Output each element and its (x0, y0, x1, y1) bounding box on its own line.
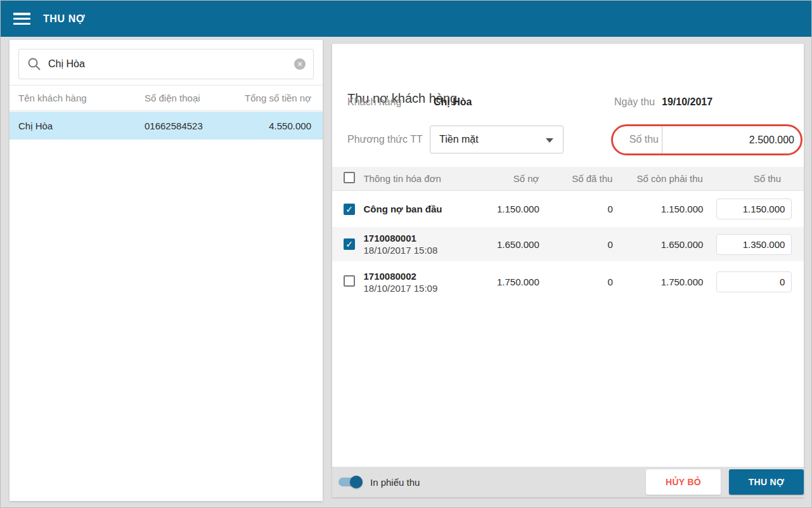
invoice-checkbox[interactable]: ✓ (344, 204, 355, 215)
search-box[interactable]: ✕ (18, 49, 314, 79)
cancel-button[interactable]: HỦY BỎ (646, 469, 721, 495)
date-value: 19/10/2017 (662, 96, 712, 108)
header-invoice-remaining: Số còn phải thu (612, 173, 702, 184)
header-customer-phone: Số điện thoại (145, 93, 240, 103)
invoice-collected: 0 (539, 277, 613, 287)
customer-value: Chị Hòa (434, 96, 472, 108)
invoice-row: ✓ 1710080001 18/10/2017 15:08 1.650.000 … (332, 227, 804, 261)
select-all-checkbox[interactable]: ✓ (344, 172, 355, 183)
header-customer-name: Tên khách hàng (18, 93, 145, 103)
invoice-row: ✓ Công nợ ban đầu 1.150.000 0 1.150.000 (332, 191, 804, 227)
invoice-table-header: ✓ Thông tin hóa đơn Số nợ Số đã thu Số c… (332, 167, 804, 191)
app-window: THU NỢ ✕ Tên khách hàng Số điện thoại Tổ… (0, 0, 812, 508)
invoice-amount-input[interactable] (716, 199, 792, 219)
customer-phone: 01662584523 (145, 120, 240, 131)
invoice-datetime: 18/10/2017 15:09 (363, 283, 488, 294)
payment-method-label: Phương thức TT (347, 134, 423, 145)
invoice-remaining: 1.750.000 (613, 277, 704, 287)
payment-method-select[interactable]: Tiền mặt (430, 126, 564, 153)
collect-debt-button[interactable]: THU NỢ (729, 469, 804, 495)
amount-label: Số thu (611, 134, 659, 145)
invoice-collected: 0 (539, 204, 613, 214)
invoice-debt: 1.750.000 (488, 277, 539, 287)
toggle-thumb-icon (350, 476, 363, 488)
invoice-title: Công nợ ban đầu (363, 204, 488, 214)
invoice-datetime: 18/10/2017 15:08 (363, 245, 488, 256)
payment-method-value: Tiền mặt (439, 134, 479, 145)
check-icon: ✓ (345, 240, 353, 249)
invoice-amount-input[interactable] (716, 271, 792, 292)
invoice-debt: 1.150.000 (488, 204, 539, 214)
invoice-checkbox[interactable]: ✓ (344, 275, 355, 287)
header-invoice-amount: Số thu (716, 173, 804, 184)
invoice-debt: 1.650.000 (488, 239, 539, 250)
invoice-title: 1710080002 (363, 271, 488, 282)
invoice-amount-input[interactable] (716, 234, 792, 255)
customer-row[interactable]: Chị Hòa 01662584523 4.550.000 (10, 112, 323, 140)
invoice-collected: 0 (539, 239, 613, 250)
search-input[interactable] (48, 58, 294, 70)
customer-name: Chị Hòa (18, 120, 145, 131)
search-icon (27, 56, 42, 72)
invoice-checkbox[interactable]: ✓ (344, 238, 355, 250)
print-receipt-toggle[interactable] (338, 476, 363, 488)
menu-icon[interactable] (13, 13, 30, 25)
check-icon: ✓ (345, 205, 353, 214)
amount-input[interactable] (662, 126, 799, 153)
invoice-remaining: 1.150.000 (613, 204, 704, 214)
topbar: THU NỢ (1, 1, 811, 37)
panel-footer: In phiếu thu HỦY BỎ THU NỢ (332, 467, 804, 497)
customer-search-panel: ✕ Tên khách hàng Số điện thoại Tổng số t… (10, 40, 323, 501)
page-title: THU NỢ (43, 13, 85, 25)
invoice-table: ✓ Thông tin hóa đơn Số nợ Số đã thu Số c… (332, 167, 804, 303)
customer-table-header: Tên khách hàng Số điện thoại Tổng số tiề… (10, 85, 323, 111)
date-label: Ngày thu (614, 96, 655, 108)
invoice-row: ✓ 1710080002 18/10/2017 15:09 1.750.000 … (332, 261, 804, 303)
invoice-title: 1710080001 (363, 233, 488, 244)
debt-collection-panel: Thu nợ khách hàng Khách hàng Chị Hòa Ngà… (332, 44, 804, 497)
customer-label: Khách hàng (347, 96, 401, 108)
clear-search-icon[interactable]: ✕ (294, 58, 306, 70)
header-invoice-debt: Số nợ (488, 173, 539, 184)
print-receipt-label: In phiếu thu (370, 477, 420, 488)
chevron-down-icon (546, 138, 553, 143)
header-invoice-info: Thông tin hóa đơn (363, 173, 487, 184)
invoice-remaining: 1.650.000 (613, 239, 704, 250)
header-invoice-collected: Số đã thu (539, 173, 612, 184)
header-customer-debt: Tổng số tiền nợ (240, 93, 311, 103)
customer-debt: 4.550.000 (240, 120, 311, 131)
